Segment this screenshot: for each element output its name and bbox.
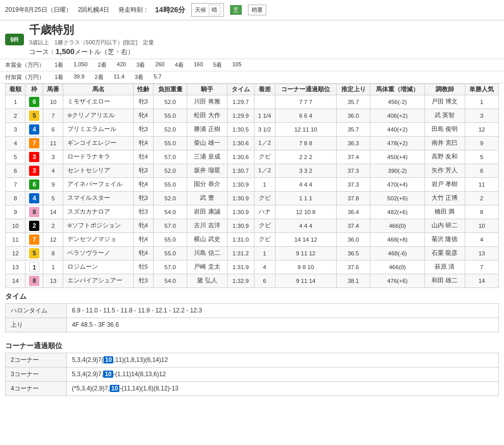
cell-rise: 37.6	[336, 260, 370, 274]
cell-trainer: 岩戸 孝樹	[424, 177, 465, 191]
cell-trainer: 山内 研二	[424, 219, 465, 232]
cell-umaban: 1	[43, 260, 63, 274]
cell-diff: 4	[254, 260, 275, 274]
cell-hw: 440(+2)	[370, 122, 425, 136]
fuka-label: 付加賞（万円）	[5, 73, 44, 81]
cell-waku: 6	[26, 95, 43, 109]
cell-rank: 5	[6, 150, 26, 164]
c3-row: 3コーナー 5,3,4(2,9)7,10-(1,11)14(8,13,6)12	[6, 367, 499, 381]
header-bar: 2019年8月25日（日曜） 2回札幌4日 発走時刻： 14時26分 天候 晴 …	[0, 0, 504, 20]
c4-label: 4コーナー	[6, 381, 67, 396]
cell-trainer: 橋田 満	[424, 205, 465, 219]
cell-time: 1:30.9	[227, 219, 254, 232]
cell-horse: アイネバーフェイル	[63, 177, 133, 191]
table-row: 1 6 10 ミモザイエロー 牝3 52.0 川田 将雅 1:29.7 7 7 …	[6, 95, 499, 109]
cell-diff: クビ	[254, 150, 275, 164]
table-row: 5 3 3 ロードラナキラ 牡4 57.0 三浦 皇成 1:30.6 クビ 2 …	[6, 150, 499, 164]
cell-time: 1:30.7	[227, 164, 254, 177]
cell-jockey: 三浦 皇成	[187, 150, 228, 164]
cell-horse: スマイルスター	[63, 191, 133, 205]
cell-diff	[254, 95, 275, 109]
course-info: コース：1,500メートル（芝・右）	[29, 47, 155, 57]
cell-jockey: 武 豊	[187, 191, 228, 205]
cell-weight: 52.0	[153, 191, 187, 205]
cell-rank: 1	[6, 95, 26, 109]
cell-trainer: 石栗 龍彦	[424, 246, 465, 260]
cell-horse: ⑩ソフトポジション	[63, 219, 133, 232]
table-row: 8 4 5 スマイルスター 牝3 52.0 武 豊 1:30.9 クビ 1 1 …	[6, 191, 499, 205]
results-table: 着順 枠 馬番 馬名 性齢 負担重量 騎手 タイム 着差 コーナー通過順位 推定…	[5, 84, 499, 288]
cell-rank: 13	[6, 260, 26, 274]
col-corner: コーナー通過順位	[275, 84, 336, 95]
cell-odds: 8	[465, 205, 498, 219]
cell-time: 1:30.5	[227, 122, 254, 136]
cell-diff: クビ	[254, 191, 275, 205]
c4-row: 4コーナー (*5,3,4)(2,9)7,10-(11,14)(1,6)(8,1…	[6, 381, 499, 396]
cell-sex-age: 牝3	[133, 122, 153, 136]
table-row: 6 3 4 セントセシリア 牝3 52.0 坂井 瑠星 1:30.7 1／2 3…	[6, 164, 499, 177]
cell-weight: 55.0	[153, 109, 187, 122]
table-row: 9 8 14 スズカカナロア 牡3 54.0 岩田 康誠 1:30.9 ハナ 1…	[6, 205, 499, 219]
cell-rank: 4	[6, 136, 26, 150]
cell-rise: 35.7	[336, 95, 370, 109]
cell-corner: 9 11 14	[275, 274, 336, 287]
cell-umaban: 3	[43, 150, 63, 164]
turf-badge: 芝	[230, 5, 242, 15]
cell-sex-age: 牝3	[133, 164, 153, 177]
cell-corner: 3 3 2	[275, 164, 336, 177]
cell-hw: 476(+6)	[370, 274, 425, 287]
second-place-val: 420	[117, 61, 126, 69]
cell-waku: 6	[26, 177, 43, 191]
cell-sex-age: 牝3	[133, 191, 153, 205]
cell-horse: プリミエラムール	[63, 122, 133, 136]
cell-horse: スズカカナロア	[63, 205, 133, 219]
cell-trainer: 矢作 芳人	[424, 164, 465, 177]
c2-highlight: 10	[104, 356, 113, 363]
col-rank: 着順	[6, 84, 26, 95]
cell-rank: 3	[6, 122, 26, 136]
col-hw: 馬体重（増減）	[370, 84, 425, 95]
cell-time: 1:29.9	[227, 109, 254, 122]
second-place-label: 2着	[98, 61, 107, 69]
c2-row: 2コーナー 5,3,4(2,9)7(10,11)(1,8,13)(6,14)12	[6, 353, 499, 367]
cell-jockey: 古川 吉洋	[187, 219, 228, 232]
race-title-bar: 9R 千歳特別 3歳以上 1勝クラス（500万円以下）[指定] 定量 コース：1…	[0, 20, 504, 59]
table-row: 4 7 11 ギンコイエレジー 牝4 55.0 柴山 雄一 1:30.6 1／2…	[6, 136, 499, 150]
fuka-second-label: 2着	[95, 73, 104, 81]
cell-rank: 7	[6, 177, 26, 191]
cell-rank: 11	[6, 232, 26, 246]
cell-weight: 57.0	[153, 260, 187, 274]
weather-sunny: 晴	[209, 5, 220, 15]
cell-jockey: 坂井 瑠星	[187, 164, 228, 177]
cell-horse: セントセシリア	[63, 164, 133, 177]
fuka-bar: 付加賞（万円） 1着 39.9 2着 11.4 3着 5.7	[0, 71, 504, 84]
cell-weight: 54.0	[153, 205, 187, 219]
fuka-second-val: 11.4	[114, 73, 124, 81]
cell-horse: ミモザイエロー	[63, 95, 133, 109]
cell-sex-age: 牝3	[133, 95, 153, 109]
cell-rise: 36.0	[336, 109, 370, 122]
cell-time: 1:31.2	[227, 246, 254, 260]
cell-umaban: 5	[43, 191, 63, 205]
cell-weight: 55.0	[153, 136, 187, 150]
cell-rise: 36.3	[336, 136, 370, 150]
cell-trainer: 戸田 博文	[424, 95, 465, 109]
cell-horse: ギンコイエレジー	[63, 136, 133, 150]
cell-rise: 36.5	[336, 246, 370, 260]
cell-hw: 470(+4)	[370, 177, 425, 191]
cell-corner: 4 4 4	[275, 219, 336, 232]
table-row: 11 7 12 デンセツノマジョ 牝4 55.0 横山 武史 1:31.0 クビ…	[6, 232, 499, 246]
cell-jockey: 勝浦 正樹	[187, 122, 228, 136]
cell-rank: 6	[6, 164, 26, 177]
cell-umaban: 6	[43, 122, 63, 136]
weather-badge: 天候 晴	[191, 3, 224, 17]
race-title-info: 千歳特別 3歳以上 1勝クラス（500万円以下）[指定] 定量 コース：1,50…	[29, 22, 155, 57]
cell-diff: クビ	[254, 232, 275, 246]
cell-waku: 1	[26, 260, 43, 274]
cell-sex-age: 牡3	[133, 205, 153, 219]
cell-hw: 390(-2)	[370, 164, 425, 177]
cell-diff: 1 1/4	[254, 109, 275, 122]
cell-waku: 4	[26, 191, 43, 205]
cell-hw: 478(+2)	[370, 136, 425, 150]
results-section: 着順 枠 馬番 馬名 性齢 負担重量 騎手 タイム 着差 コーナー通過順位 推定…	[0, 84, 504, 288]
